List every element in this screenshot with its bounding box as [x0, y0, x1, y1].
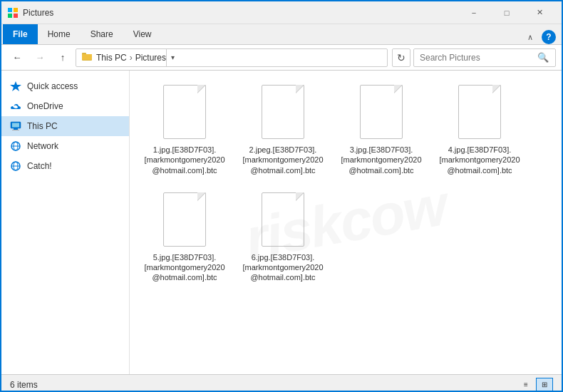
svg-rect-10	[14, 128, 18, 130]
path-dropdown-button[interactable]: ▾	[166, 48, 179, 67]
list-item[interactable]: 3.jpg.[E38D7F03].[markmontgomery2020@hot…	[335, 79, 428, 181]
list-view-button[interactable]: ≡	[517, 378, 534, 392]
svg-rect-6	[82, 54, 92, 60]
search-box[interactable]: 🔍	[413, 48, 556, 67]
refresh-button[interactable]: ↻	[392, 48, 410, 67]
window-title: Pictures	[23, 8, 458, 18]
sidebar-item-quick-access[interactable]: Quick access	[1, 76, 129, 96]
ribbon-tab-bar: File Home Share View ∧ ?	[1, 24, 562, 44]
file-icon	[257, 192, 309, 249]
status-bar: 6 items ≡ ⊞	[1, 374, 562, 392]
file-label: 6.jpg.[E38D7F03].[markmontgomery2020@hot…	[240, 252, 326, 283]
help-button[interactable]: ?	[542, 30, 556, 44]
item-count-label: 6 items	[10, 380, 38, 390]
sidebar-label-quick-access: Quick access	[27, 81, 120, 91]
maximize-button[interactable]: □	[490, 1, 523, 24]
address-path-box[interactable]: This PC › Pictures ▾	[76, 48, 388, 67]
quick-access-icon	[10, 81, 21, 92]
file-icon	[356, 85, 407, 142]
file-label: 1.jpg.[E38D7F03].[markmontgomery2020@hot…	[142, 145, 227, 175]
folder-icon	[82, 52, 92, 63]
network-icon	[10, 140, 21, 152]
list-item[interactable]: 4.jpg.[E38D7F03].[markmontgomery2020@hot…	[433, 79, 526, 181]
file-icon	[257, 85, 309, 142]
list-item[interactable]: 2.jpeg.[E38D7F03].[markmontgomery2020@ho…	[237, 79, 329, 181]
up-button[interactable]: ↑	[53, 48, 73, 68]
close-button[interactable]: ✕	[523, 1, 556, 24]
svg-rect-11	[12, 130, 19, 130]
file-icon	[159, 85, 210, 142]
svg-rect-2	[8, 14, 12, 18]
catch-icon	[10, 160, 21, 172]
search-input[interactable]	[420, 53, 537, 63]
path-this-pc[interactable]: This PC	[96, 53, 127, 63]
ribbon: File Home Share View ∧ ?	[1, 24, 562, 45]
path-separator: ›	[130, 53, 133, 63]
address-bar: ← → ↑ This PC › Pictures ▾ ↻ 🔍	[1, 45, 562, 71]
file-icon	[454, 85, 505, 142]
list-item[interactable]: 5.jpg.[E38D7F03].[markmontgomery2020@hot…	[138, 187, 231, 289]
list-item[interactable]: 1.jpg.[E38D7F03].[markmontgomery2020@hot…	[138, 79, 231, 181]
main-layout: Quick access OneDrive This PC	[1, 71, 562, 374]
forward-button[interactable]: →	[30, 48, 50, 68]
tab-share[interactable]: Share	[81, 24, 123, 44]
svg-rect-3	[14, 14, 18, 18]
sidebar-item-onedrive[interactable]: OneDrive	[1, 96, 129, 116]
content-area: 1.jpg.[E38D7F03].[markmontgomery2020@hot…	[130, 71, 562, 374]
view-toggle: ≡ ⊞	[517, 378, 553, 392]
sidebar-item-this-pc[interactable]: This PC	[1, 116, 129, 136]
minimize-button[interactable]: −	[458, 1, 490, 24]
path-pictures[interactable]: Pictures	[135, 53, 166, 63]
sidebar-label-this-pc: This PC	[27, 121, 120, 131]
sidebar-item-catch[interactable]: Catch!	[1, 156, 129, 176]
svg-rect-0	[8, 8, 12, 12]
tab-view[interactable]: View	[123, 24, 162, 44]
window-icon	[7, 7, 19, 19]
onedrive-icon	[10, 100, 21, 112]
title-bar: Pictures − □ ✕	[1, 1, 562, 24]
grid-view-button[interactable]: ⊞	[536, 378, 553, 392]
ribbon-right-controls: ∧ ?	[523, 30, 562, 44]
list-item[interactable]: 6.jpg.[E38D7F03].[markmontgomery2020@hot…	[237, 187, 329, 289]
sidebar-item-network[interactable]: Network	[1, 136, 129, 156]
file-label: 5.jpg.[E38D7F03].[markmontgomery2020@hot…	[142, 252, 227, 283]
back-button[interactable]: ←	[7, 48, 27, 68]
svg-rect-9	[12, 123, 19, 128]
tab-file[interactable]: File	[3, 24, 38, 44]
tab-home[interactable]: Home	[38, 24, 81, 44]
file-label: 3.jpg.[E38D7F03].[markmontgomery2020@hot…	[339, 145, 424, 175]
svg-rect-1	[14, 8, 18, 12]
search-icon[interactable]: 🔍	[537, 51, 549, 65]
file-label: 2.jpeg.[E38D7F03].[markmontgomery2020@ho…	[240, 145, 326, 175]
sidebar: Quick access OneDrive This PC	[1, 71, 130, 374]
sidebar-label-onedrive: OneDrive	[27, 101, 120, 111]
ribbon-collapse-button[interactable]: ∧	[523, 30, 537, 44]
sidebar-label-network: Network	[27, 141, 120, 151]
this-pc-icon	[10, 120, 21, 132]
file-icon	[159, 192, 210, 249]
sidebar-label-catch: Catch!	[27, 161, 120, 171]
file-label: 4.jpg.[E38D7F03].[markmontgomery2020@hot…	[437, 145, 522, 175]
window-controls: − □ ✕	[458, 1, 556, 24]
svg-marker-7	[10, 81, 21, 91]
